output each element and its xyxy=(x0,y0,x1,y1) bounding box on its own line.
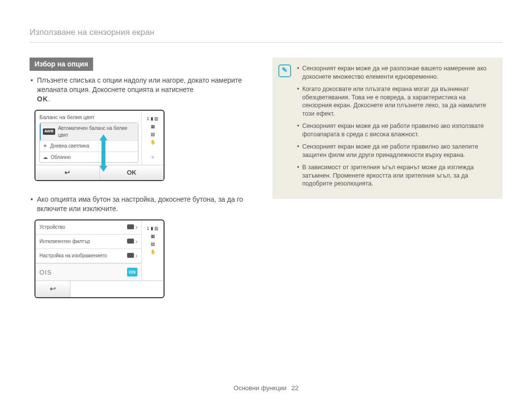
section-badge: Избор на опция xyxy=(30,58,93,71)
brightness-icon: ☼ xyxy=(144,154,162,160)
note-item: •Сензорният екран може да не разпознае в… xyxy=(297,64,495,81)
settings-row-device-label: Устройство xyxy=(39,224,65,231)
back-button[interactable]: ↩ xyxy=(35,281,70,297)
footer-section: Основни функции xyxy=(233,384,287,392)
settings-row-value: › xyxy=(127,252,137,260)
chevron-right-icon: › xyxy=(135,224,137,231)
bullet-dot-icon: • xyxy=(297,143,299,159)
page-number: 22 xyxy=(292,384,299,392)
status-icon-3: ✋ xyxy=(144,249,162,255)
status-panel: 1 ▮ ▥ ▦ ▨ ✋ ☼ xyxy=(141,111,164,165)
bullet-dot-icon: • xyxy=(297,64,299,81)
note-text: В зависимост от зрителния ъгъл екранът м… xyxy=(302,163,495,188)
note-text: Сензорният екран може да не работи прави… xyxy=(302,143,495,159)
instruction-1-text: Плъзнете списъка с опции надолу или наго… xyxy=(37,76,242,93)
instruction-2-text: Ако опцията има бутон за настройка, доко… xyxy=(37,195,260,214)
settings-row-image-label: Настройка на изображението xyxy=(39,252,107,259)
cloud-icon: ☁ xyxy=(43,154,48,161)
page-title: Използване на сензорния екран xyxy=(30,27,502,43)
wb-option-auto[interactable]: AWB Автоматичен баланс на белия цвят xyxy=(40,123,138,141)
note-text: Сензорният екран може да не разпознае ва… xyxy=(302,64,495,81)
wb-option-list[interactable]: AWB Автоматичен баланс на белия цвят ☀ Д… xyxy=(39,123,138,163)
thumb-icon xyxy=(127,253,134,258)
ois-label: OIS xyxy=(39,268,52,277)
status-icon-1: ▦ xyxy=(144,233,162,239)
bullet-dot-icon: • xyxy=(297,122,299,139)
wb-option-auto-label: Автоматичен баланс на белия цвят xyxy=(58,125,135,138)
ois-toggle[interactable]: ON xyxy=(127,268,138,277)
instruction-2: • Ако опцията има бутон за настройка, до… xyxy=(30,195,260,214)
note-item: •Когато докосвате или плъзгате екрана мо… xyxy=(297,85,495,119)
wb-option-cloudy[interactable]: ☁ Облачно xyxy=(40,152,138,163)
note-item: •Сензорният екран може да не работи прав… xyxy=(297,143,495,159)
settings-row-ois[interactable]: OIS ON xyxy=(35,263,141,280)
info-icon: ✎ xyxy=(278,64,291,77)
chevron-right-icon: › xyxy=(135,252,137,259)
wb-option-cloudy-label: Облачно xyxy=(51,154,71,161)
status-icon-1: ▦ xyxy=(144,123,162,129)
chevron-right-icon: › xyxy=(135,238,137,245)
wb-option-daylight-label: Дневна светлина xyxy=(50,143,89,150)
status-icon-2: ▨ xyxy=(144,241,162,247)
ok-button[interactable]: OK xyxy=(100,165,164,180)
settings-row-value: › xyxy=(127,223,137,231)
bullet-dot-icon: • xyxy=(31,76,33,104)
settings-row-device[interactable]: Устройство › xyxy=(35,220,141,235)
status-num: 1 ▮ ▥ xyxy=(144,116,162,122)
status-panel: 1 ▮ ▥ ▦ ▨ ✋ xyxy=(141,220,164,281)
ok-label: OK xyxy=(37,95,48,103)
awb-badge-icon: AWB xyxy=(43,128,55,135)
note-item: •В зависимост от зрителния ъгъл екранът … xyxy=(297,163,495,188)
note-text: Когато докосвате или плъзгате екрана мог… xyxy=(302,85,495,119)
back-button[interactable]: ↩ xyxy=(35,165,100,180)
bullet-dot-icon: • xyxy=(31,195,33,214)
instruction-1: • Плъзнете списъка с опции надолу или на… xyxy=(30,76,260,104)
settings-row-filter[interactable]: Интелигентен филтър › xyxy=(35,235,141,249)
settings-row-image[interactable]: Настройка на изображението › xyxy=(35,249,141,263)
info-note: ✎ •Сензорният екран може да не разпознае… xyxy=(272,58,502,199)
bullet-dot-icon: • xyxy=(297,163,299,188)
status-icon-3: ✋ xyxy=(144,139,162,145)
settings-row-value: › xyxy=(127,238,137,246)
status-icon-2: ▨ xyxy=(144,131,162,137)
wb-title: Баланс на белия цвят xyxy=(39,114,138,121)
sun-icon: ☀ xyxy=(43,143,47,150)
note-item: •Сензорният екран може да не работи прав… xyxy=(297,122,495,139)
wb-option-daylight[interactable]: ☀ Дневна светлина xyxy=(40,141,138,152)
page-footer: Основни функции 22 xyxy=(0,384,532,393)
thumb-icon xyxy=(127,239,134,244)
white-balance-screen: Баланс на белия цвят AWB Автоматичен бал… xyxy=(34,110,165,181)
settings-screen: Устройство › Интелигентен филтър › Настр… xyxy=(34,219,165,298)
thumb-icon xyxy=(127,224,134,229)
note-text: Сензорният екран може да не работи прави… xyxy=(302,122,495,139)
settings-row-filter-label: Интелигентен филтър xyxy=(39,238,90,245)
bullet-dot-icon: • xyxy=(297,85,299,119)
status-num: 1 ▮ ▥ xyxy=(144,225,162,231)
